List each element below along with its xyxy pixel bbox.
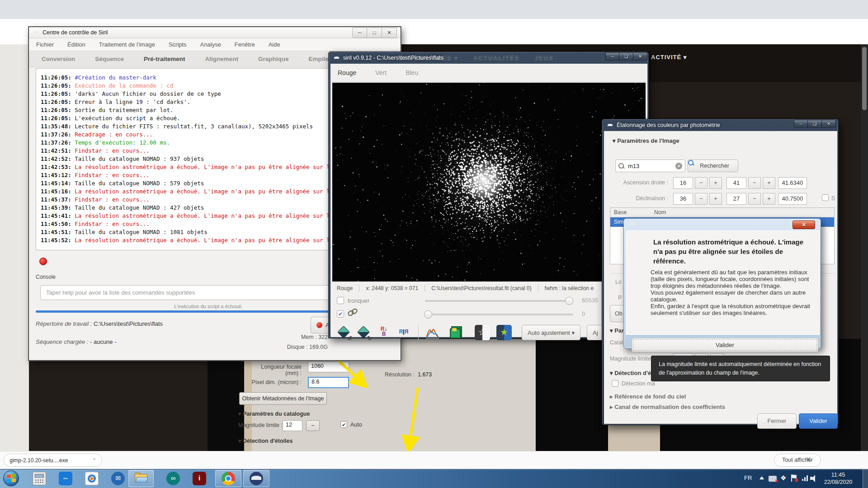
high-slider-handle[interactable] [565,297,573,305]
link-chain-icon[interactable] [347,307,359,319]
dec-spin-button[interactable]: − [695,193,708,205]
dec-spin-button[interactable]: − [748,193,761,205]
siril-icon[interactable] [250,472,263,485]
dec-value-field[interactable]: 27 [726,193,746,205]
rotate-cw-icon[interactable]: ↻ [357,325,371,340]
south-checkbox[interactable] [822,194,829,201]
control-tab-squence[interactable]: Séquence [95,56,124,62]
clear-search-icon[interactable]: ✕ [675,163,682,169]
dec-spin-button[interactable]: + [763,193,775,205]
ra-spin-button[interactable]: + [709,177,722,189]
focal-length-input[interactable]: 1060 [308,361,349,372]
menu-item-dition[interactable]: Édition [67,41,85,48]
control-title-bar[interactable]: Centre de contrôle de Siril ─ □ ✕ [29,27,401,38]
dec-value-field[interactable]: 40.7500 [778,193,807,205]
ra-value-field[interactable]: 41 [726,177,746,189]
menu-item-fichier[interactable]: Fichier [36,41,54,48]
flip-vertical-icon[interactable]: R↓B [377,325,391,340]
close-button[interactable]: ✕ [633,52,647,61]
calculator-icon[interactable] [33,472,46,485]
star-cluster-image[interactable] [332,83,646,282]
magnitude-limit-input[interactable]: 12 [283,420,302,431]
page-scrollbar-thumb[interactable] [862,47,867,110]
show-all-downloads-button[interactable]: Tout afficher [774,454,821,467]
maximize-button[interactable]: □ [367,28,382,38]
image-title-bar[interactable]: ÉPHÉMÉRIDES ▾ ACTUALITÉS JEUX siril v0.9… [329,52,648,64]
mediaplayer-icon[interactable] [85,472,99,485]
calibration-title-bar[interactable]: Étalonnage des couleurs par photométrie … [602,119,838,131]
search-button[interactable]: Rechercher [688,160,738,172]
menu-item-scripts[interactable]: Scripts [169,41,187,48]
high-slider[interactable] [425,300,573,302]
ra-spin-button[interactable]: − [695,177,708,189]
sky-background-section[interactable]: ▸ Référence de fond du ciel [610,393,686,400]
minimize-button[interactable]: ─ [605,52,619,61]
ra-spin-button[interactable]: − [748,177,761,189]
modal-validate-button[interactable]: Valider [632,338,818,352]
download-bar-close-icon[interactable]: ✕ [806,455,811,464]
show-desktop-button[interactable] [863,469,868,488]
validate-dialog-button[interactable]: Valider [799,413,838,429]
thunderbird-icon[interactable]: ✉ [111,472,125,485]
arduino-icon[interactable]: ∞ [166,472,180,485]
chrome-icon[interactable] [222,472,235,485]
redapp-icon[interactable]: i [193,472,206,485]
auto-checkbox[interactable]: ✔ [340,421,347,428]
taskbar-clock[interactable]: 11:45 22/08/2020 [816,471,860,486]
start-button[interactable] [3,470,19,486]
image-sequence-icon[interactable] [449,325,464,340]
control-tab-prtraitement[interactable]: Pré-traitement [144,56,185,62]
channel-tab-vert[interactable]: Vert [375,69,387,76]
object-search-field[interactable]: m13 ✕ [615,160,685,172]
star-bw-toggle-icon[interactable]: ☆ [475,325,490,340]
rotate-ccw-icon[interactable]: ↺ [337,325,351,340]
low-slider-handle[interactable] [424,310,432,319]
control-tab-alignement[interactable]: Alignement [205,56,239,62]
ra-value-field[interactable]: 16 [673,177,693,189]
low-slider[interactable] [425,314,573,315]
menu-item-fentre[interactable]: Fenêtre [235,41,255,48]
maximize-button[interactable]: ❏ [808,120,822,128]
close-dialog-button[interactable]: Fermer [757,413,797,429]
dec-spin-button[interactable]: + [709,193,722,205]
language-indicator[interactable]: FR [744,474,752,481]
modal-close-button[interactable]: ✕ [793,221,815,229]
menu-item-traitementdelimage[interactable]: Traitement de l'image [99,41,155,48]
explorer-icon[interactable] [134,472,148,485]
teamviewer-icon[interactable]: ⇔ [59,472,72,485]
close-button[interactable]: ✕ [822,120,836,128]
star-detection-section[interactable]: ▾ Détection d'étoiles [238,437,292,444]
normalization-channel-section[interactable]: ▸ Canal de normalisation des coefficient… [610,404,725,410]
catalogue-params-section-clipped[interactable]: ▾ Par [610,327,624,334]
magnitude-minus-button[interactable]: − [306,420,320,431]
catalogue-params-section[interactable]: ▾ Paramètres du catalogue [238,410,310,417]
control-tab-graphique[interactable]: Graphique [258,56,289,62]
pixel-size-input[interactable]: 8.6 [308,377,349,388]
maximize-button[interactable]: ❏ [619,52,633,61]
channel-tab-bleu[interactable]: Bleu [406,69,418,76]
control-tab-conversion[interactable]: Conversion [42,56,75,62]
printer-tray-icon[interactable]: ✕ [769,476,777,482]
image-params-section[interactable]: ▾ Paramètres de l'Image [613,137,679,144]
minimize-button[interactable]: ─ [794,120,808,128]
auto-checkbox-row[interactable]: ✔ Auto [340,421,362,428]
download-caret-icon[interactable]: ⌃ [93,458,96,463]
tray-expand-icon[interactable] [760,476,764,479]
manual-detection-checkbox[interactable] [612,380,618,387]
menu-item-analyse[interactable]: Analyse [200,41,221,48]
truncate-checkbox[interactable] [337,297,344,304]
channel-tab-rouge[interactable]: Rouge [338,69,356,76]
auto-adjust-dropdown[interactable]: Auto ajustement ▾ [522,325,580,340]
nav-item-activite[interactable]: ACTIVITÉ ▾ [651,54,687,61]
close-button[interactable]: ✕ [382,28,397,38]
download-item[interactable]: gimp-2.10.20-setu....exe ⌃ [4,454,102,467]
menu-item-aide[interactable]: Aide [269,41,280,48]
dropbox-tray-icon[interactable]: ❖ [780,474,786,482]
histogram-icon[interactable] [425,325,439,340]
minimize-button[interactable]: ─ [352,28,367,38]
mirror-horizontal-icon[interactable]: R|Я [396,325,411,340]
ra-value-field[interactable]: 41.6340 [778,177,807,189]
link-checkbox[interactable]: ✔ [337,310,344,318]
ra-spin-button[interactable]: + [763,177,775,189]
get-metadata-button[interactable]: Obtenir Métadonnées de l'Image [239,392,327,405]
